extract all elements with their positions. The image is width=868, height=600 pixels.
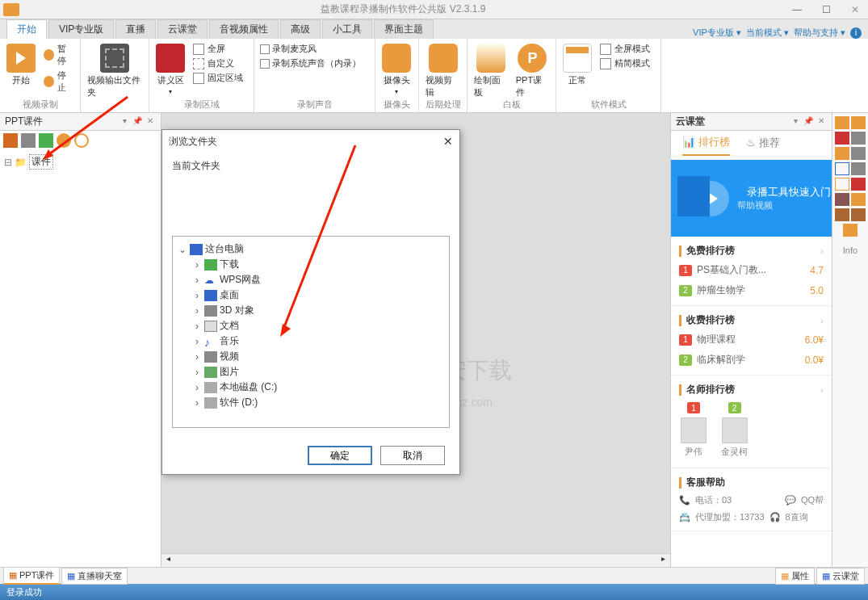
tool-undo-icon[interactable] (835, 208, 849, 221)
folder-tree[interactable]: ⌄这台电脑 ›下载 ›☁WPS网盘 ›桌面 ›3D 对象 ›文档 ›♪音乐 ›视… (172, 236, 450, 428)
topright-help[interactable]: 帮助与支持 ▾ (794, 27, 845, 39)
card-icon: 📇 (679, 512, 690, 522)
list-item[interactable]: 1物理课程6.0¥ (671, 329, 832, 350)
tab-start[interactable]: 开始 (6, 19, 47, 39)
tool-arrow-icon[interactable] (835, 162, 849, 175)
avatar[interactable]: 1尹伟 (681, 404, 707, 458)
tab-av[interactable]: 音视频属性 (209, 19, 279, 39)
cloud-tab-recommend[interactable]: ♨推荐 (746, 136, 780, 155)
tools-column: Info (832, 113, 868, 567)
cancel-button[interactable]: 取消 (380, 446, 445, 465)
topright-vip[interactable]: VIP专业版 ▾ (693, 27, 741, 39)
info-icon[interactable]: i (850, 27, 862, 39)
panel-close[interactable]: ✕ (145, 116, 156, 128)
tab-theme[interactable]: 界面主题 (374, 19, 434, 39)
section-free[interactable]: 免费排行榜› (671, 241, 832, 260)
tool-text-icon[interactable] (851, 162, 866, 175)
section-paid[interactable]: 收费排行榜› (671, 311, 832, 329)
fixed-area[interactable]: 固定区域 (191, 71, 245, 85)
headset-icon: 🎧 (769, 512, 781, 522)
tool-clear-icon[interactable] (843, 224, 858, 237)
dialog-close-button[interactable]: ✕ (443, 135, 453, 148)
promo-banner[interactable]: 录播工具快速入门 帮助视频 (671, 160, 832, 237)
cloud-tab-ranking[interactable]: 📊排行榜 (682, 135, 730, 156)
clip-button[interactable]: 视频剪辑 (424, 42, 462, 100)
tool-redo-icon[interactable] (851, 208, 866, 221)
record-mic-checkbox[interactable]: 录制麦克风 (259, 42, 362, 56)
record-system-checkbox[interactable]: 录制系统声音（内录） (259, 57, 362, 70)
tree-video[interactable]: ›视频 (178, 349, 444, 364)
rpanel-dropdown[interactable]: ▾ (790, 116, 801, 128)
btab-chat[interactable]: ▦直播聊天室 (61, 568, 128, 585)
tree-3d[interactable]: ›3D 对象 (178, 303, 444, 318)
tool-pencil-icon[interactable] (835, 116, 849, 129)
list-item[interactable]: 2临床解剖学0.0¥ (671, 350, 832, 370)
maximize-button[interactable]: ☐ (816, 4, 836, 15)
support-phone[interactable]: 📞电话：03💬QQ帮 (671, 492, 832, 509)
list-item[interactable]: 1PS基础入门教...4.7 (671, 260, 832, 280)
tb-icon-4[interactable] (57, 133, 71, 148)
camera-button[interactable]: 摄像头▾ (380, 42, 413, 97)
section-teachers[interactable]: 名师排行榜› (671, 380, 832, 399)
statusbar: 登录成功 (0, 584, 868, 600)
tool-save-icon[interactable] (851, 193, 866, 206)
panel-dropdown[interactable]: ▾ (119, 116, 130, 128)
record-start-button[interactable]: 开始 (5, 42, 37, 88)
btab-ppt[interactable]: ▦PPT课件 (3, 567, 60, 585)
record-area-button[interactable]: 讲义区 ▾ (154, 42, 187, 97)
tool-shape1-icon[interactable] (835, 132, 849, 145)
ok-button[interactable]: 确定 (308, 446, 372, 465)
custom-area[interactable]: 自定义 (191, 57, 245, 70)
tool-brush-icon[interactable] (851, 116, 866, 129)
tree-wps[interactable]: ›☁WPS网盘 (178, 272, 444, 287)
chat-icon: 💬 (785, 495, 796, 506)
tool-line-icon[interactable] (851, 147, 866, 160)
tb-icon-2[interactable] (21, 133, 36, 148)
tree-pc[interactable]: ⌄这台电脑 (178, 241, 444, 257)
rpanel-pin[interactable]: 📌 (803, 116, 814, 128)
tb-icon-5[interactable] (74, 133, 89, 148)
tool-circle-icon[interactable] (851, 178, 866, 191)
tab-live[interactable]: 直播 (115, 19, 156, 39)
tool-curve-icon[interactable] (835, 147, 849, 160)
center-hscrollbar[interactable]: ◂▸ (161, 553, 670, 567)
avatar[interactable]: 2金灵柯 (721, 404, 748, 458)
rpanel-close[interactable]: ✕ (816, 116, 827, 128)
btab-cloud[interactable]: ▦云课堂 (816, 568, 865, 585)
tab-cloud[interactable]: 云课堂 (157, 19, 208, 39)
left-panel-title: PPT课件 (5, 115, 117, 128)
tab-adv[interactable]: 高级 (280, 19, 321, 39)
tab-vip[interactable]: VIP专业版 (48, 19, 114, 39)
lite-mode[interactable]: 精简模式 (598, 57, 652, 70)
tree-diskd[interactable]: ›软件 (D:) (178, 395, 444, 410)
tb-icon-1[interactable] (3, 133, 18, 148)
output-folder-button[interactable]: 视频输出文件夹 (86, 42, 144, 100)
tb-icon-add[interactable] (39, 133, 53, 148)
tree-diskc[interactable]: ›本地磁盘 (C:) (178, 380, 444, 395)
tree-desktop[interactable]: ›桌面 (178, 287, 444, 303)
list-item[interactable]: 2肿瘤生物学5.0 (671, 280, 832, 300)
tab-tools[interactable]: 小工具 (322, 19, 372, 39)
tool-shape2-icon[interactable] (851, 132, 866, 145)
tool-trash-icon[interactable] (835, 193, 849, 206)
panel-pin[interactable]: 📌 (132, 116, 143, 128)
tree-download[interactable]: ›下载 (178, 257, 444, 272)
normal-mode-button[interactable]: 正常 (561, 42, 593, 88)
tree-root[interactable]: ⊟ 📁 课件 (3, 153, 157, 170)
minimize-button[interactable]: — (787, 4, 807, 15)
dialog-title: 浏览文件夹 (169, 135, 443, 149)
stop-button[interactable]: 停止 (42, 69, 75, 94)
tool-rect-icon[interactable] (835, 178, 849, 191)
support-agent[interactable]: 📇代理加盟：13733🎧8直询 (671, 509, 832, 526)
btab-prop[interactable]: ▦属性 (775, 568, 815, 585)
close-button[interactable]: ✕ (845, 4, 865, 15)
ppt-panel-button[interactable]: PPPT课件 (514, 42, 551, 100)
topright-mode[interactable]: 当前模式 ▾ (746, 27, 789, 39)
fullscreen-area[interactable]: 全屏 (191, 42, 245, 56)
tree-docs[interactable]: ›文档 (178, 318, 444, 334)
pause-button[interactable]: 暂停 (42, 42, 75, 68)
tree-pictures[interactable]: ›图片 (178, 364, 444, 380)
draw-panel-button[interactable]: 绘制面板 (472, 42, 509, 100)
fullscreen-mode[interactable]: 全屏模式 (598, 42, 652, 56)
tree-music[interactable]: ›♪音乐 (178, 334, 444, 349)
